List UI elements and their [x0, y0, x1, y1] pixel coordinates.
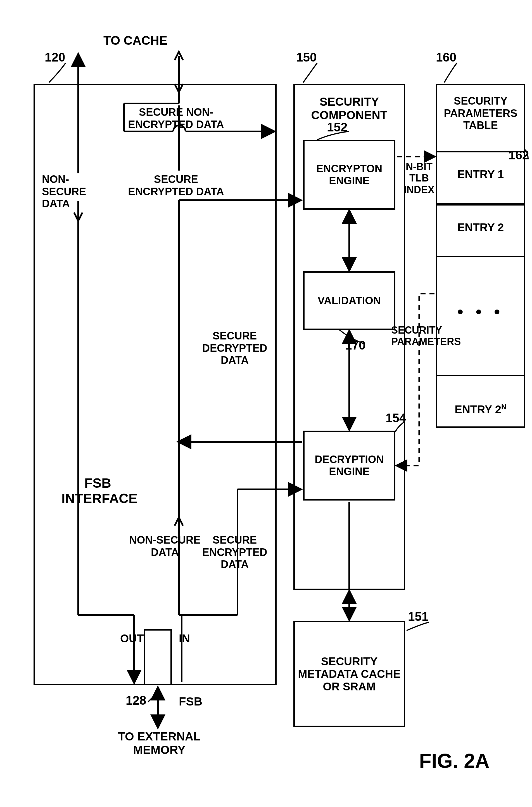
metadata-cache-box: SECURITY METADATA CACHE OR SRAM — [293, 621, 405, 727]
secure-encrypted-in: SECURE ENCRYPTED DATA — [195, 534, 274, 571]
ref-170: 170 — [345, 338, 365, 352]
ref-154: 154 — [385, 411, 406, 425]
dots-label: • • • — [439, 302, 522, 321]
secure-nonenc: SECURE NON- ENCRYPTED DATA — [120, 106, 232, 131]
entry-1-label: ENTRY 1 — [439, 168, 522, 181]
in-label: IN — [179, 632, 190, 645]
nonsecure-data-in: NON-SECURE DATA — [126, 534, 204, 558]
secure-enc: SECURE ENCRYPTED DATA — [120, 173, 232, 198]
to-ext-mem: TO EXTERNAL MEMORY — [112, 730, 207, 757]
decryption-engine-label: DECRYPTION ENGINE — [305, 454, 394, 478]
ref-160: 160 — [436, 50, 456, 64]
fsb-label: FSB — [179, 695, 202, 708]
figure-label: FIG. 2A — [419, 749, 490, 772]
out-label: OUT — [120, 632, 144, 645]
encryption-engine-box: ENCRYPTON ENGINE — [303, 140, 395, 210]
sec-params-table-title: SECURITY PARAMETERS TABLE — [439, 95, 522, 132]
ref-162: 162 — [509, 148, 529, 162]
encryption-engine-label: ENCRYPTON ENGINE — [305, 163, 394, 187]
entry-n-label: ENTRY 2N — [439, 390, 522, 416]
secure-decrypted: SECURE DECRYPTED DATA — [195, 330, 274, 367]
fsb-port-box — [144, 629, 172, 685]
security-parameters-label: SECURITY PARAMETERS — [391, 324, 464, 348]
fsb-interface-title: FSB INTERFACE — [61, 475, 134, 506]
nbit-tlb-index-label: N-BIT TLB INDEX — [397, 161, 441, 196]
metadata-cache-label: SECURITY METADATA CACHE OR SRAM — [295, 655, 404, 693]
ref-150: 150 — [296, 50, 317, 64]
to-cache-label: TO CACHE — [103, 34, 167, 48]
validation-label: VALIDATION — [318, 295, 381, 307]
validation-box: VALIDATION — [303, 271, 395, 330]
security-component-title: SECURITY COMPONENT — [305, 95, 394, 122]
ref-152: 152 — [327, 120, 347, 134]
entry-2-label: ENTRY 2 — [439, 221, 522, 234]
decryption-engine-box: DECRYPTION ENGINE — [303, 430, 395, 500]
ref-120: 120 — [45, 50, 65, 64]
nonsecure-data-out: NON- SECURE DATA — [42, 173, 115, 210]
ref-128: 128 — [126, 694, 146, 708]
ref-151: 151 — [408, 610, 428, 624]
